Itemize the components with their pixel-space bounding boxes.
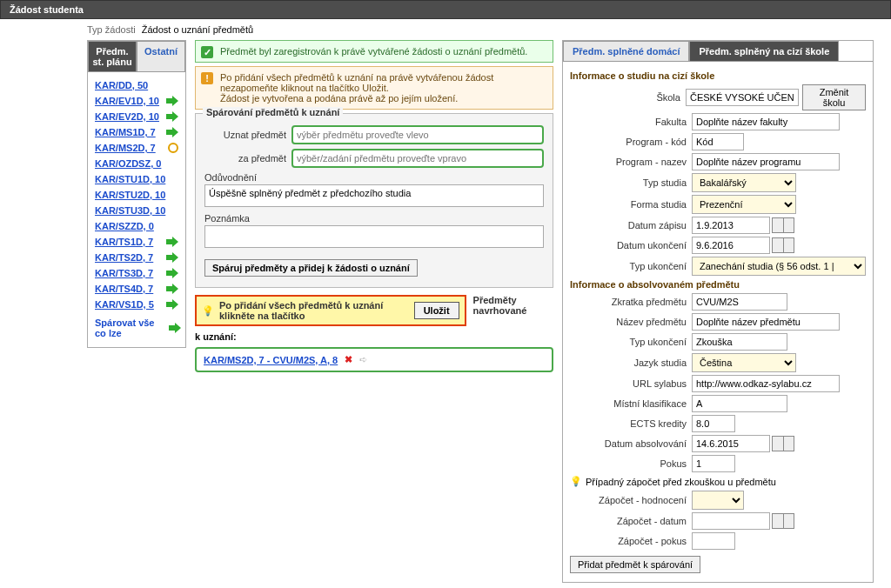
arrow-right-icon[interactable] bbox=[166, 237, 178, 247]
label-zapocet-datum: Zápočet - datum bbox=[570, 516, 692, 526]
label-poznamka: Poznámka bbox=[204, 213, 544, 224]
left-panel: Předm. st. plánu Ostatní KAR/DD, 50KAR/E… bbox=[87, 40, 186, 348]
arrow-right-icon[interactable] bbox=[166, 268, 178, 278]
pairing-fieldset: Spárování předmětů k uznání Uznat předmě… bbox=[195, 113, 553, 288]
input-fakulta[interactable] bbox=[692, 113, 840, 130]
input-pokus[interactable] bbox=[692, 455, 735, 472]
subject-link[interactable]: KAR/MS2D, 7 bbox=[95, 143, 156, 153]
side-note: Předměty navrhované bbox=[473, 295, 553, 316]
input-typ-ukonceni2[interactable] bbox=[692, 333, 787, 351]
calendar-icon[interactable] bbox=[772, 436, 794, 451]
textarea-poznamka[interactable] bbox=[204, 225, 544, 248]
warning-icon: ! bbox=[201, 72, 213, 84]
subject-row: KAR/DD, 50 bbox=[95, 77, 178, 93]
calendar-icon[interactable] bbox=[772, 217, 794, 233]
pair-all-link[interactable]: Spárovat vše co lze bbox=[95, 317, 178, 338]
subject-link[interactable]: KAR/MS1D, 7 bbox=[95, 127, 156, 137]
request-type-label: Typ žádosti bbox=[87, 24, 136, 35]
input-klasifikace[interactable] bbox=[692, 395, 787, 412]
input-url[interactable] bbox=[692, 375, 840, 392]
subject-row: KAR/STU1D, 10 bbox=[95, 171, 178, 187]
subject-row: KAR/MS1D, 7 bbox=[95, 124, 178, 140]
subject-link[interactable]: KAR/VS1D, 5 bbox=[95, 299, 154, 310]
label-zapocet-hodnoceni: Zápočet - hodnocení bbox=[570, 495, 692, 505]
add-to-pairing-button[interactable]: Přidat předmět k spárování bbox=[570, 556, 700, 573]
bulb-icon: 💡 bbox=[570, 476, 582, 487]
arrow-right-icon[interactable] bbox=[166, 252, 178, 263]
subject-link[interactable]: KAR/STU2D, 10 bbox=[95, 190, 165, 200]
input-nazev-predmetu[interactable] bbox=[692, 313, 840, 331]
input-datum-ukonceni[interactable] bbox=[692, 237, 770, 254]
input-datum-zapisu[interactable] bbox=[692, 217, 770, 234]
subject-link[interactable]: KAR/DD, 50 bbox=[95, 80, 148, 90]
label-program-kod: Program - kód bbox=[570, 137, 692, 147]
save-hint-box: 💡 Po přidání všech předmětů k uznání kli… bbox=[195, 295, 466, 326]
tab-plan-subjects[interactable]: Předm. st. plánu bbox=[88, 41, 137, 71]
subject-link[interactable]: KAR/TS4D, 7 bbox=[95, 284, 153, 294]
subject-link[interactable]: KAR/STU1D, 10 bbox=[95, 174, 165, 184]
subject-row: KAR/VS1D, 5 bbox=[95, 297, 178, 312]
message-success: ✓ Předmět byl zaregistrován k právě vytv… bbox=[195, 40, 553, 63]
subject-row: KAR/TS4D, 7 bbox=[95, 281, 178, 297]
subject-link[interactable]: KAR/TS2D, 7 bbox=[95, 252, 153, 263]
tab-other[interactable]: Ostatní bbox=[137, 41, 185, 71]
input-za-predmet[interactable] bbox=[291, 149, 544, 168]
label-zkratka: Zkratka předmětu bbox=[570, 297, 692, 307]
label-oduvodneni: Odůvodnění bbox=[204, 172, 544, 183]
input-zkratka[interactable] bbox=[692, 293, 787, 311]
save-button[interactable]: Uložit bbox=[414, 302, 459, 319]
label-pokus: Pokus bbox=[570, 458, 692, 469]
input-zapocet-datum[interactable] bbox=[692, 512, 770, 530]
subject-link[interactable]: KAR/OZDSZ, 0 bbox=[95, 158, 161, 169]
subject-row: KAR/EV2D, 10 bbox=[95, 109, 178, 124]
select-jazyk[interactable]: Čeština bbox=[692, 353, 796, 372]
subject-row: KAR/TS1D, 7 bbox=[95, 234, 178, 250]
change-school-button[interactable]: Změnit školu bbox=[802, 84, 866, 110]
section-subject-info: Informace o absolvovaném předmětu bbox=[570, 279, 866, 290]
pair-item-link[interactable]: KAR/MS2D, 7 - CVU/M2S, A, 8 bbox=[204, 355, 338, 365]
arrow-right-icon: ➪ bbox=[359, 354, 367, 365]
label-uznat: Uznat předmět bbox=[204, 130, 291, 140]
hint-zapocet: 💡 Případný zápočet před zkouškou u předm… bbox=[570, 476, 866, 487]
label-zapocet-pokus: Zápočet - pokus bbox=[570, 536, 692, 546]
label-url: URL sylabus bbox=[570, 378, 692, 389]
input-ects[interactable] bbox=[692, 415, 735, 432]
select-zapocet-hodnoceni[interactable] bbox=[692, 491, 744, 510]
input-program-nazev[interactable] bbox=[692, 153, 840, 170]
calendar-icon[interactable] bbox=[772, 237, 794, 253]
subject-link[interactable]: KAR/STU3D, 10 bbox=[95, 205, 165, 216]
subject-link[interactable]: KAR/TS1D, 7 bbox=[95, 237, 153, 247]
arrow-right-icon[interactable] bbox=[166, 284, 178, 294]
input-program-kod[interactable] bbox=[692, 133, 744, 150]
input-skola[interactable] bbox=[686, 89, 799, 106]
request-type-row: Typ žádosti Žádost o uznání předmětů bbox=[87, 24, 874, 35]
select-typ-ukonceni[interactable]: Zanechání studia (§ 56 odst. 1 | bbox=[692, 257, 866, 276]
subject-row: KAR/MS2D, 7 bbox=[95, 140, 178, 156]
pairing-legend: Spárování předmětů k uznání bbox=[203, 107, 343, 117]
input-uznat-predmet[interactable] bbox=[291, 125, 544, 144]
arrow-right-icon[interactable] bbox=[166, 127, 178, 137]
label-ects: ECTS kredity bbox=[570, 418, 692, 429]
select-forma-studia[interactable]: Prezenční bbox=[692, 195, 796, 214]
textarea-oduvodneni[interactable]: Úspěšně splněný předmět z předchozího st… bbox=[204, 184, 544, 207]
input-datum-absolv[interactable] bbox=[692, 435, 770, 452]
label-datum-zapisu: Datum zápisu bbox=[570, 220, 692, 231]
subject-link[interactable]: KAR/SZZD, 0 bbox=[95, 221, 154, 231]
arrow-right-icon[interactable] bbox=[166, 299, 178, 310]
remove-icon[interactable]: ✖ bbox=[345, 354, 352, 365]
arrow-right-icon bbox=[169, 323, 178, 333]
calendar-icon[interactable] bbox=[772, 513, 794, 529]
subject-link[interactable]: KAR/TS3D, 7 bbox=[95, 268, 153, 278]
input-zapocet-pokus[interactable] bbox=[692, 532, 735, 550]
subject-row: KAR/TS3D, 7 bbox=[95, 265, 178, 281]
tab-domestic[interactable]: Předm. splněné domácí bbox=[563, 41, 689, 61]
tab-foreign[interactable]: Předm. splněný na cizí škole bbox=[689, 41, 839, 61]
arrow-right-icon[interactable] bbox=[166, 111, 178, 122]
pair-add-button[interactable]: Spáruj předměty a přidej k žádosti o uzn… bbox=[204, 259, 418, 277]
select-typ-studia[interactable]: Bakalářský bbox=[692, 173, 796, 192]
label-jazyk: Jazyk studia bbox=[570, 357, 692, 368]
subject-link[interactable]: KAR/EV1D, 10 bbox=[95, 96, 159, 106]
subject-link[interactable]: KAR/EV2D, 10 bbox=[95, 111, 159, 122]
arrow-right-icon[interactable] bbox=[166, 96, 178, 106]
label-za: za předmět bbox=[204, 153, 291, 164]
